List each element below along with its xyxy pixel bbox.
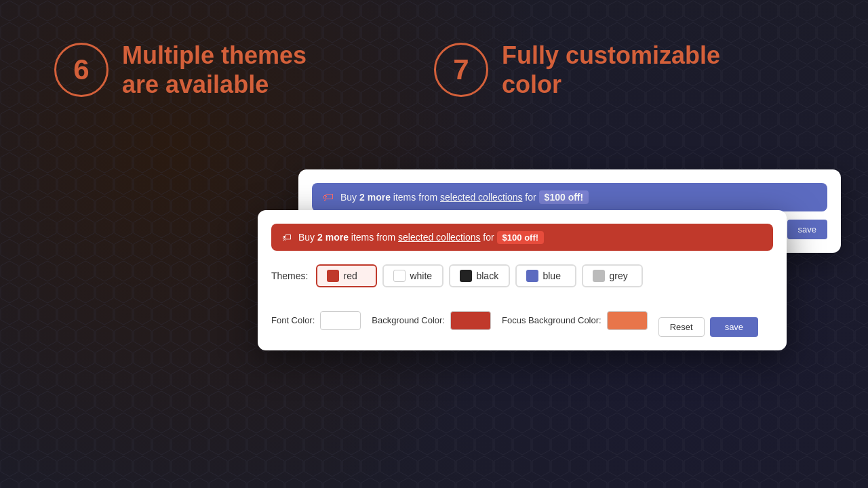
- feature-item-7: 7 Fully customizable color: [434, 41, 814, 99]
- feature-number-7: 7: [434, 43, 488, 97]
- gift-icon-red: 🏷: [282, 232, 292, 243]
- feature-text-6: Multiple themes are available: [122, 41, 307, 99]
- panels-container: 🏷 Buy 2 more items from selected collect…: [258, 169, 841, 454]
- colors-row: Font Color: Background Color: Focus Back…: [271, 304, 773, 337]
- swatch-red: [327, 270, 339, 282]
- banner-blue: 🏷 Buy 2 more items from selected collect…: [312, 183, 827, 211]
- theme-grey[interactable]: grey: [582, 264, 643, 287]
- swatch-grey: [593, 270, 605, 282]
- themes-label: Themes:: [271, 270, 308, 281]
- theme-blue[interactable]: blue: [515, 264, 576, 287]
- banner-red: 🏷 Buy 2 more items from selected collect…: [271, 224, 773, 251]
- bg-color-label: Background Color:: [372, 315, 445, 325]
- panel-fg: 🏷 Buy 2 more items from selected collect…: [258, 210, 787, 350]
- theme-white[interactable]: white: [382, 264, 443, 287]
- save-button-fg[interactable]: save: [710, 317, 758, 337]
- theme-black[interactable]: black: [449, 264, 510, 287]
- font-color-label: Font Color:: [271, 315, 315, 325]
- save-button-bg[interactable]: save: [787, 220, 827, 239]
- focus-bg-color-picker[interactable]: [607, 311, 648, 330]
- themes-row: Themes: red white black blue grey: [271, 264, 773, 287]
- feature-text-7: Fully customizable color: [502, 41, 720, 99]
- bg-color-picker[interactable]: [450, 311, 491, 330]
- feature-number-6: 6: [54, 43, 108, 97]
- features-row: 6 Multiple themes are available 7 Fully …: [0, 41, 868, 99]
- theme-red[interactable]: red: [316, 264, 377, 287]
- focus-bg-color-label: Focus Background Color:: [502, 315, 601, 325]
- panel-fg-buttons: Reset save: [658, 317, 758, 337]
- font-color-picker[interactable]: [320, 311, 361, 330]
- swatch-blue: [526, 270, 538, 282]
- feature-item-6: 6 Multiple themes are available: [54, 41, 434, 99]
- swatch-black: [460, 270, 472, 282]
- gift-icon: 🏷: [323, 191, 334, 203]
- focus-bg-color-group: Focus Background Color:: [502, 311, 648, 330]
- bg-color-group: Background Color:: [372, 311, 491, 330]
- reset-button-fg[interactable]: Reset: [658, 317, 705, 337]
- swatch-white: [393, 270, 406, 282]
- font-color-group: Font Color:: [271, 311, 361, 330]
